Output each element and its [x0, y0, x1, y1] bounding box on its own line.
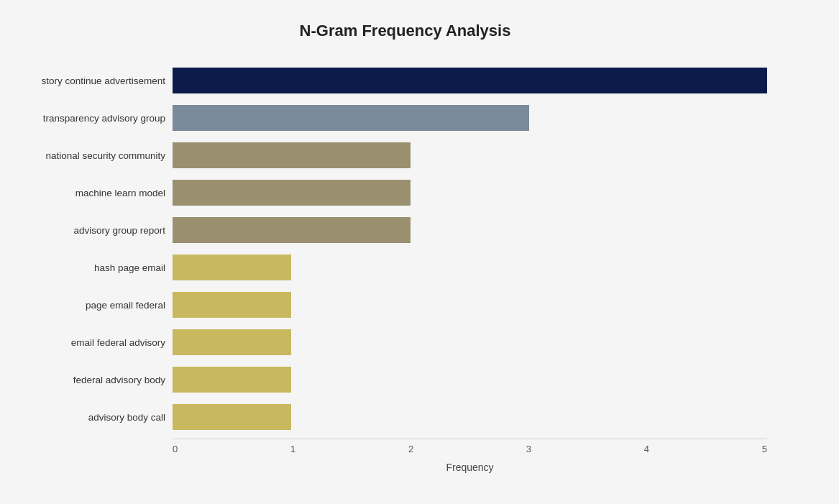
bar-label: email federal advisory [16, 337, 173, 348]
bar-row: story continue advertisement [173, 62, 767, 99]
bar-label: hash page email [16, 262, 173, 273]
x-axis: 012345 [173, 439, 767, 454]
bar-label: advisory group report [16, 225, 173, 236]
bar-label: page email federal [16, 300, 173, 311]
x-tick: 4 [644, 444, 649, 454]
bar-fill [173, 255, 291, 280]
bar-fill [173, 329, 291, 355]
bar-fill [173, 68, 767, 93]
bar-row: advisory body call [173, 398, 767, 436]
x-axis-label: Frequency [173, 462, 767, 473]
chart-container: N-Gram Frequency Analysis story continue… [0, 0, 839, 504]
bar-track [173, 217, 767, 243]
bar-track [173, 367, 767, 393]
chart-title: N-Gram Frequency Analysis [14, 22, 796, 40]
bar-label: federal advisory body [16, 375, 173, 385]
bar-fill [173, 367, 291, 393]
bar-row: email federal advisory [173, 324, 767, 361]
bar-fill [173, 142, 411, 168]
bar-row: transparency advisory group [173, 99, 767, 137]
bar-label: advisory body call [16, 412, 173, 423]
bar-track [173, 105, 767, 131]
bar-row: federal advisory body [173, 361, 767, 398]
bar-fill [173, 404, 291, 430]
bar-label: machine learn model [16, 188, 173, 198]
x-ticks: 012345 [173, 439, 767, 454]
bar-row: advisory group report [173, 211, 767, 249]
bar-label: transparency advisory group [16, 113, 173, 124]
bars-wrapper: story continue advertisementtransparency… [14, 62, 796, 436]
x-tick: 1 [290, 444, 295, 454]
bar-row: hash page email [173, 249, 767, 286]
bar-row: page email federal [173, 286, 767, 324]
bar-track [173, 255, 767, 280]
bar-track [173, 68, 767, 93]
bar-row: machine learn model [173, 174, 767, 211]
bar-track [173, 142, 767, 168]
chart-area: story continue advertisementtransparency… [173, 62, 767, 436]
bar-fill [173, 217, 411, 243]
bar-track [173, 292, 767, 318]
bar-track [173, 180, 767, 206]
bar-track [173, 329, 767, 355]
bar-label: story continue advertisement [16, 75, 173, 86]
bar-fill [173, 180, 411, 206]
bar-track [173, 404, 767, 430]
bar-label: national security community [16, 150, 173, 161]
x-tick: 5 [762, 444, 767, 454]
x-tick: 0 [173, 444, 178, 454]
bar-fill [173, 292, 291, 318]
bar-fill [173, 105, 529, 131]
bar-row: national security community [173, 137, 767, 174]
x-tick: 2 [408, 444, 413, 454]
x-tick: 3 [526, 444, 531, 454]
